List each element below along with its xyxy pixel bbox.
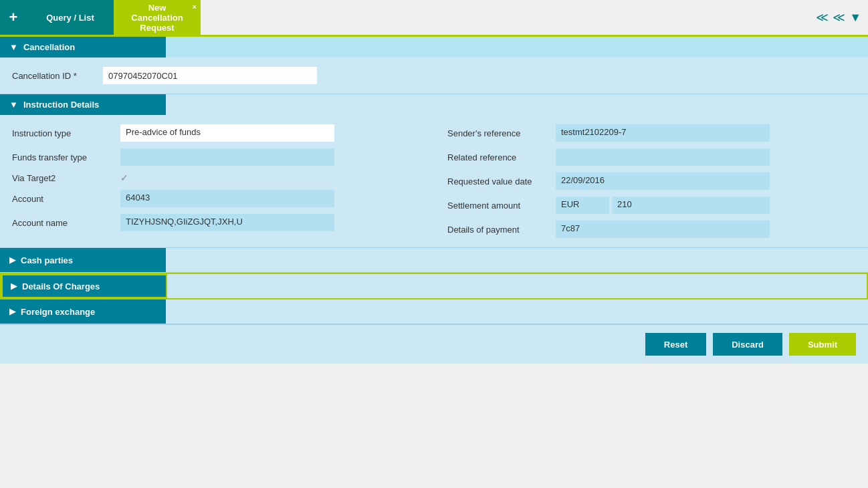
close-icon[interactable]: × [193,3,197,11]
cancellation-section: ▼ Cancellation Cancellation ID * [0,37,868,94]
instruction-left-col: Instruction type Pre-advice of funds Fun… [12,124,421,238]
cash-parties-header[interactable]: ▶ Cash parties [0,248,166,272]
field-settlement-amount: Settlement amount EUR 210 [447,197,856,214]
collapse-arrow: ▼ [9,42,18,52]
discard-button[interactable]: Discard [713,333,782,356]
main-content: ▼ Cancellation Cancellation ID * ▼ Instr… [0,37,868,364]
account-label: Account [12,194,112,204]
via-target2-label: Via Target2 [12,173,112,183]
foreign-exchange-label: Foreign exchange [21,307,95,317]
account-value: 64043 [120,190,334,207]
cancellation-id-label: Cancellation ID * [12,71,92,81]
account-name-label: Account name [12,218,112,228]
nav-up2-icon[interactable]: ≪ [833,10,845,25]
via-target2-check: ✓ [120,172,128,183]
settlement-currency: EUR [556,197,609,214]
funds-transfer-type-label: Funds transfer type [12,152,112,162]
nav-up-icon[interactable]: ≪ [816,10,829,25]
cash-parties-label: Cash parties [21,255,73,265]
cancellation-id-input[interactable] [103,67,317,84]
details-of-charges-section: ▶ Details Of Charges [0,273,868,299]
cancellation-body: Cancellation ID * [0,57,868,94]
requested-value-date-label: Requested value date [447,176,548,187]
field-details-of-payment: Details of payment 7c87 [447,221,856,238]
plus-icon: + [9,9,18,26]
instruction-right-col: Sender's reference testmt2102209-7 Relat… [447,124,856,238]
instruction-type-label: Instruction type [12,128,112,138]
senders-reference-value: testmt2102209-7 [556,124,770,142]
instruction-collapse-arrow: ▼ [9,100,18,110]
requested-value-date-value: 22/09/2016 [556,172,770,190]
details-of-payment-value: 7c87 [556,221,770,238]
senders-reference-label: Sender's reference [447,128,548,138]
field-funds-transfer-type: Funds transfer type [12,148,421,166]
cash-parties-arrow: ▶ [9,255,15,265]
top-bar: + Query / List New Cancellation Request … [0,0,868,37]
add-button[interactable]: + [0,0,27,35]
settlement-amount-value: 210 [612,197,770,214]
nav-controls: ≪ ≪ ▼ [816,0,868,35]
instruction-type-value: Pre-advice of funds [120,124,334,142]
instruction-section: ▼ Instruction Details Instruction type P… [0,94,868,248]
tab-query[interactable]: Query / List [27,0,114,35]
field-related-reference: Related reference [447,148,856,166]
settlement-amount-label: Settlement amount [447,201,548,211]
tab-new-cancellation[interactable]: New Cancellation Request × [114,0,201,35]
related-reference-value [556,148,770,166]
foreign-exchange-header[interactable]: ▶ Foreign exchange [0,299,166,324]
funds-transfer-type-value [120,148,334,166]
foreign-exchange-section: ▶ Foreign exchange [0,299,868,324]
cancellation-section-label: Cancellation [23,42,75,52]
field-requested-value-date: Requested value date 22/09/2016 [447,172,856,190]
field-account: Account 64043 [12,190,421,207]
field-senders-reference: Sender's reference testmt2102209-7 [447,124,856,142]
instruction-details-label: Instruction Details [23,100,99,110]
bottom-action-bar: Reset Discard Submit [0,324,868,364]
cash-parties-section: ▶ Cash parties [0,248,868,273]
nav-down-icon[interactable]: ▼ [849,11,861,25]
settlement-amount-row: EUR 210 [556,197,770,214]
instruction-details-header[interactable]: ▼ Instruction Details [0,94,166,115]
field-via-target2: Via Target2 ✓ [12,172,421,183]
field-instruction-type: Instruction type Pre-advice of funds [12,124,421,142]
details-of-payment-label: Details of payment [447,225,548,235]
account-name-value: TIZYHJSNQ,GIiZGJQT,JXH,U [120,214,334,231]
details-of-charges-arrow: ▶ [11,281,17,291]
reset-button[interactable]: Reset [645,333,706,356]
foreign-exchange-arrow: ▶ [9,307,15,316]
cancellation-header[interactable]: ▼ Cancellation [0,37,166,57]
details-of-charges-header[interactable]: ▶ Details Of Charges [1,274,167,298]
related-reference-label: Related reference [447,152,548,162]
instruction-details-body: Instruction type Pre-advice of funds Fun… [0,115,868,247]
tab-query-label: Query / List [46,13,94,23]
tab-new-cancel-label: New Cancellation Request [124,3,190,33]
details-of-charges-label: Details Of Charges [22,281,100,291]
submit-button[interactable]: Submit [789,333,856,356]
field-account-name: Account name TIZYHJSNQ,GIiZGJQT,JXH,U [12,214,421,231]
